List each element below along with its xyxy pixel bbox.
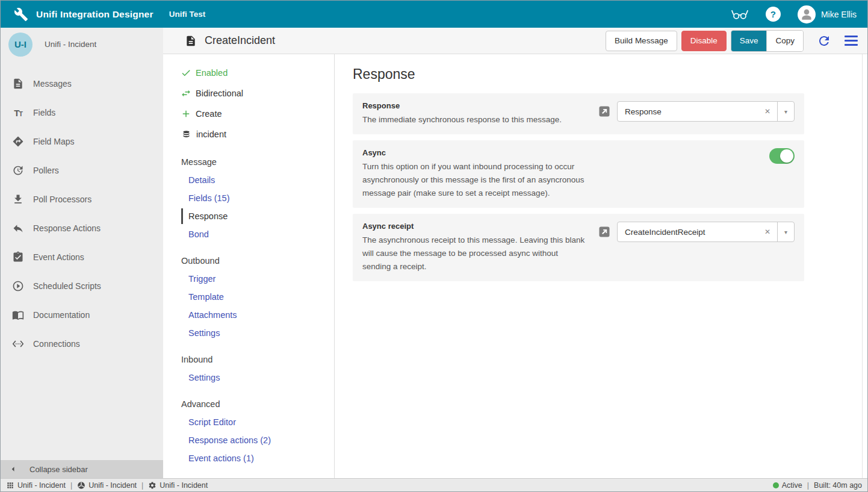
workspace-tab-3[interactable]: Unifi - Incident	[148, 481, 208, 490]
nav-link-inbound-settings[interactable]: Settings	[163, 369, 334, 387]
grid-icon	[6, 481, 14, 490]
environment-name[interactable]: Unifi Test	[169, 10, 206, 19]
nav-link-script-editor[interactable]: Script Editor	[163, 413, 334, 431]
field-description: The asynchronous receipt to this message…	[362, 234, 587, 273]
book-icon	[12, 309, 24, 321]
field-label: Async	[362, 148, 757, 157]
app-avatar: U-I	[8, 33, 33, 57]
help-icon[interactable]: ?	[766, 7, 781, 22]
panel-response: Response The immediate synchronous respo…	[353, 93, 804, 134]
wrench-icon	[14, 7, 28, 22]
app-sidebar: U-I Unifi - Incident Messages TT Fields …	[1, 28, 163, 478]
database-icon	[182, 130, 191, 139]
nav-link-outbound-settings[interactable]: Settings	[163, 324, 334, 342]
nav-link-template[interactable]: Template	[163, 288, 334, 306]
glasses-icon[interactable]	[731, 9, 749, 20]
panel-async-receipt: Async receipt The asynchronous receipt t…	[353, 214, 804, 281]
menu-button[interactable]	[845, 36, 858, 46]
plus-icon	[181, 108, 191, 119]
update-clock-icon	[12, 164, 24, 176]
collapse-sidebar-button[interactable]: Collapse sidebar	[1, 460, 163, 478]
disable-button[interactable]: Disable	[681, 31, 727, 51]
sidebar-item-scheduled-scripts[interactable]: Scheduled Scripts	[1, 272, 163, 300]
open-record-icon[interactable]	[599, 226, 610, 237]
clear-icon[interactable]: ✕	[758, 107, 777, 116]
status-create[interactable]: Create	[163, 104, 334, 124]
chevron-down-icon[interactable]: ▾	[777, 222, 794, 241]
open-record-icon[interactable]	[599, 106, 610, 117]
user-menu[interactable]: Mike Ellis	[798, 5, 857, 23]
built-timestamp: Built: 40m ago	[814, 481, 862, 490]
save-button[interactable]: Save	[731, 31, 767, 51]
nav-link-details[interactable]: Details	[163, 171, 334, 189]
message-document-icon	[185, 35, 197, 47]
download-icon	[12, 193, 24, 205]
sidebar-item-field-maps[interactable]: Field Maps	[1, 127, 163, 156]
toggle-knob	[780, 149, 793, 163]
nav-link-event-actions[interactable]: Event actions (1)	[163, 449, 334, 467]
workspace-tab-1[interactable]: Unifi - Incident	[6, 481, 66, 490]
field-description: Turn this option on if you want inbound …	[362, 160, 606, 200]
top-app-bar: Unifi Integration Designer Unifi Test ? …	[1, 1, 867, 28]
message-nav: Enabled Bidirectional Create incident Me…	[163, 54, 335, 478]
sidebar-item-event-actions[interactable]: Event Actions	[1, 243, 163, 272]
chevron-down-icon[interactable]: ▾	[777, 102, 794, 121]
response-select[interactable]: Response ✕ ▾	[617, 101, 795, 122]
sidebar-item-poll-processors[interactable]: Poll Processors	[1, 185, 163, 214]
check-icon	[181, 67, 191, 78]
status-bidirectional[interactable]: Bidirectional	[163, 83, 334, 104]
nav-link-fields[interactable]: Fields (15)	[163, 189, 334, 207]
refresh-icon	[817, 34, 831, 48]
workspace-tab-2[interactable]: Unifi - Incident	[77, 481, 137, 490]
sidebar-item-documentation[interactable]: Documentation	[1, 300, 163, 329]
hamburger-icon	[845, 36, 858, 46]
sidebar-item-fields[interactable]: TT Fields	[1, 98, 163, 127]
nav-link-attachments[interactable]: Attachments	[163, 306, 334, 324]
active-status-label: Active	[782, 481, 802, 490]
copy-button[interactable]: Copy	[766, 31, 803, 51]
reply-icon	[12, 222, 24, 234]
clipboard-check-icon	[12, 251, 24, 263]
active-status-dot	[773, 482, 779, 488]
nav-section-inbound: Inbound	[163, 350, 334, 369]
sidebar-app-header[interactable]: U-I Unifi - Incident	[1, 28, 163, 61]
refresh-button[interactable]	[817, 34, 831, 48]
panel-async: Async Turn this option on if you want in…	[353, 140, 804, 208]
sidebar-item-pollers[interactable]: Pollers	[1, 156, 163, 185]
status-enabled[interactable]: Enabled	[163, 63, 334, 83]
avatar	[798, 5, 816, 23]
directions-icon	[12, 135, 24, 148]
arrow-left-icon	[8, 464, 19, 475]
app-name: Unifi - Incident	[45, 40, 96, 49]
ethernet-icon	[12, 338, 24, 350]
scrollbar-track[interactable]	[862, 54, 867, 478]
nav-link-response-actions[interactable]: Response actions (2)	[163, 431, 334, 449]
nav-section-outbound: Outbound	[163, 252, 334, 270]
nav-link-trigger[interactable]: Trigger	[163, 270, 334, 288]
sidebar-item-connections[interactable]: Connections	[1, 329, 163, 358]
message-toolbar: Build Message Disable Save Copy	[606, 30, 858, 52]
async-receipt-select[interactable]: CreateIncidentReceipt ✕ ▾	[617, 222, 795, 242]
document-icon	[12, 78, 24, 90]
sidebar-nav: Messages TT Fields Field Maps Pollers Po…	[1, 69, 163, 358]
async-toggle[interactable]	[769, 148, 795, 164]
sidebar-item-messages[interactable]: Messages	[1, 69, 163, 98]
sidebar-item-response-actions[interactable]: Response Actions	[1, 214, 163, 243]
nav-link-bond[interactable]: Bond	[163, 225, 334, 243]
status-table[interactable]: incident	[163, 124, 334, 145]
nav-link-response[interactable]: Response	[181, 208, 334, 224]
gear-icon	[148, 481, 157, 490]
clear-icon[interactable]: ✕	[758, 228, 777, 236]
nav-section-message: Message	[163, 153, 334, 171]
app-title: Unifi Integration Designer	[36, 9, 153, 20]
message-title: CreateIncident	[205, 34, 275, 47]
play-circle-icon	[12, 280, 24, 292]
text-format-icon: TT	[12, 108, 24, 118]
wheel-icon	[77, 481, 85, 490]
field-description: The immediate synchronous response to th…	[362, 113, 587, 126]
field-label: Async receipt	[362, 222, 587, 231]
message-header: CreateIncident Build Message Disable Sav…	[163, 28, 867, 54]
status-bar: Unifi - Incident | Unifi - Incident | Un…	[1, 478, 867, 491]
main-content: Response Response The immediate synchron…	[335, 54, 867, 478]
build-message-button[interactable]: Build Message	[606, 31, 677, 51]
